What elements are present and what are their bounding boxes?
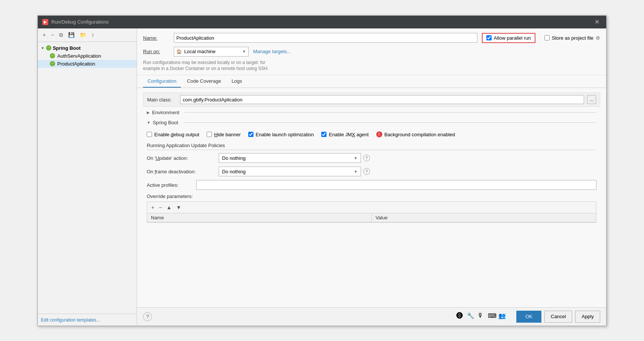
frame-deactivation-value: Do nothing [222,169,246,174]
dialog-title: Run/Debug Configurations [51,19,109,25]
override-table-header: Name Value [147,213,596,222]
allow-parallel-label: Allow parallel run [494,35,531,41]
home-icon: 🏠 [176,49,182,54]
main-class-input[interactable] [180,95,584,104]
update-action-help-icon[interactable]: ? [363,155,370,161]
store-project-box: Store as project file ⚙ [544,35,600,41]
spring-icon: 🌱 [46,45,51,51]
active-profiles-row: Active profiles: [143,180,600,190]
tab-configuration[interactable]: Configuration [143,75,181,88]
manage-targets-link[interactable]: Manage targets... [253,49,291,54]
right-panel: Name: Allow parallel run Store as projec… [137,28,606,326]
update-action-select[interactable]: Do nothing ▼ [219,153,361,163]
sort-config-button[interactable]: ↕ [89,31,96,39]
background-compilation-item: ! Background compilation enabled [376,131,455,137]
debug-output-checkbox[interactable] [147,132,152,137]
config-content: Main class: ... ▶ Environment ▼ [137,88,606,307]
main-class-label: Main class: [147,97,177,103]
title-bar-left: ▶ Run/Debug Configurations [42,19,109,25]
hide-banner-item: Hide banner [207,132,241,137]
tab-code-coverage[interactable]: Code Coverage [182,75,225,88]
info-icon: ! [376,131,382,137]
left-toolbar: + − ⧉ 💾 📁 ↕ [38,28,137,42]
help-button[interactable]: ? [143,312,152,321]
spring-boot-section-label: Spring Boot [153,120,178,125]
run-on-label: Run on: [143,49,169,54]
tab-logs[interactable]: Logs [227,75,246,88]
update-action-label: On 'Update' action: [147,155,214,161]
launch-optimization-checkbox[interactable] [248,132,253,137]
status-icon-4: ⌨ [488,312,497,321]
frame-deactivation-select-wrap: Do nothing ▼ ? [219,167,370,176]
dialog-icon: ▶ [42,19,48,25]
env-triangle-icon: ▶ [147,110,150,115]
cancel-button[interactable]: Cancel [544,311,572,323]
status-icon-1: 🅢 [456,312,465,321]
jmx-agent-checkbox[interactable] [321,132,326,137]
dialog-body: + − ⧉ 💾 📁 ↕ ▼ 🌱 Spring Boot 🌱 AuthServAp [38,28,606,326]
run-on-row: Run on: 🏠 Local machine ▼ Manage targets… [143,47,600,57]
spring-boot-section: ▼ Spring Boot Enable debug output Hide b… [143,118,600,176]
run-on-value: Local machine [184,49,216,54]
spring-boot-group-label: Spring Boot [53,45,80,51]
background-compilation-label: Background compilation enabled [385,132,455,137]
hint-text: Run configurations may be executed local… [143,60,600,72]
close-button[interactable]: ✕ [592,18,602,26]
run-on-chevron: ▼ [242,49,246,54]
group-chevron: ▼ [41,46,45,50]
frame-deactivation-chevron: ▼ [354,170,358,174]
hide-banner-checkbox[interactable] [207,132,212,137]
ok-button[interactable]: OK [516,311,541,323]
frame-deactivation-select[interactable]: Do nothing ▼ [219,167,361,176]
override-params-section: Override parameters: + − ▲ ▼ Name Value [143,194,600,223]
override-add-btn[interactable]: + [149,203,156,211]
remove-config-button[interactable]: − [49,31,56,39]
environment-header[interactable]: ▶ Environment [143,108,600,117]
name-column-header: Name [147,213,372,222]
product-application-item[interactable]: 🌱 ProductAplication [38,60,137,68]
apply-button[interactable]: Apply [575,311,600,323]
frame-deactivation-row: On frame deactivation: Do nothing ▼ ? [147,167,596,176]
spring-divider [183,122,596,123]
environment-label: Environment [152,110,179,115]
override-table: Name Value [147,213,596,223]
product-spring-icon: 🌱 [50,61,55,66]
spring-triangle-icon: ▼ [147,121,151,125]
run-on-select[interactable]: 🏠 Local machine ▼ [174,47,249,57]
auth-serv-item[interactable]: 🌱 AuthServApplication [38,52,137,60]
hide-banner-label: Hide banner [214,132,241,137]
left-panel: + − ⧉ 💾 📁 ↕ ▼ 🌱 Spring Boot 🌱 AuthServAp [38,28,137,326]
save-config-button[interactable]: 💾 [66,31,76,39]
override-remove-btn[interactable]: − [157,203,164,211]
browse-main-class-button[interactable]: ... [587,95,596,104]
store-project-checkbox[interactable] [544,35,550,40]
folder-config-button[interactable]: 📁 [78,31,88,39]
spring-boot-section-header[interactable]: ▼ Spring Boot [143,118,600,127]
allow-parallel-checkbox[interactable] [486,35,492,40]
active-profiles-input[interactable] [196,180,596,190]
active-profiles-label: Active profiles: [147,182,192,188]
add-config-button[interactable]: + [41,31,48,39]
environment-section: ▶ Environment [143,108,600,117]
launch-optimization-label: Enable launch optimization [256,132,314,137]
env-divider [185,112,596,113]
update-policies-section: Running Application Update Policies On '… [143,143,600,176]
update-action-row: On 'Update' action: Do nothing ▼ ? [147,153,596,163]
jmx-agent-item: Enable JMX agent [321,132,368,137]
override-up-btn[interactable]: ▲ [164,203,173,211]
update-action-chevron: ▼ [354,156,358,160]
value-column-header: Value [372,213,596,222]
auth-serv-label: AuthServApplication [57,53,101,59]
spring-boot-group-header[interactable]: ▼ 🌱 Spring Boot [38,44,137,52]
frame-deactivation-label: On frame deactivation: [147,169,214,174]
edit-templates-link[interactable]: Edit configuration templates... [41,317,100,323]
gear-icon: ⚙ [596,35,600,41]
frame-deactivation-help-icon[interactable]: ? [363,168,370,175]
copy-config-button[interactable]: ⧉ [57,31,65,39]
update-action-select-wrap: Do nothing ▼ ? [219,153,370,163]
override-toolbar: + − ▲ ▼ [147,201,596,213]
override-down-btn[interactable]: ▼ [174,203,183,211]
left-footer: Edit configuration templates... [38,314,137,326]
auth-spring-icon: 🌱 [50,53,55,58]
name-input[interactable] [174,33,477,43]
